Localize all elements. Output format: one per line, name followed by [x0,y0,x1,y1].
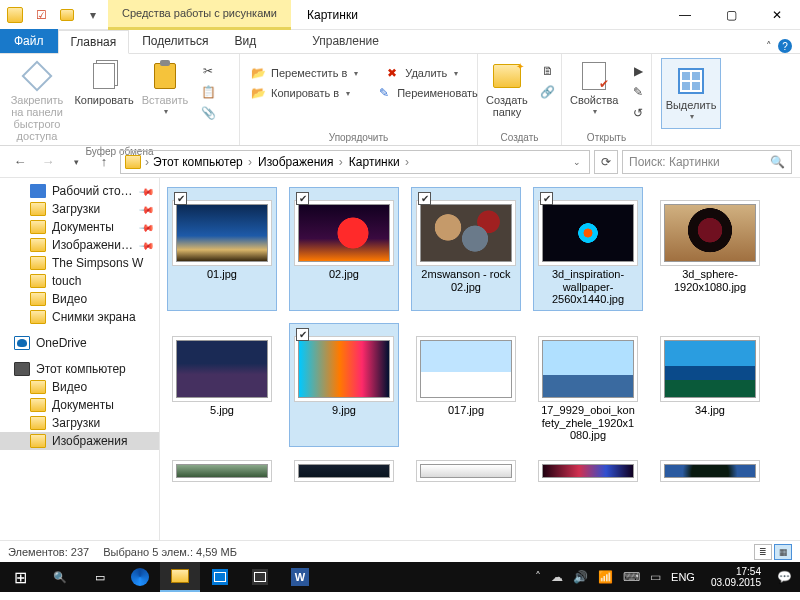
copy-button[interactable]: Копировать [74,58,134,108]
store2-taskbar-button[interactable] [240,562,280,592]
thumbnail-image [420,204,512,262]
tree-item[interactable]: Загрузки [0,414,159,432]
tray-clock[interactable]: 17:54 03.09.2015 [705,566,767,588]
history-button[interactable]: ↺ [626,104,650,122]
file-thumbnail[interactable]: ✔2mswanson - rock 02.jpg [412,188,520,310]
refresh-button[interactable]: ⟳ [594,150,618,174]
tree-item[interactable]: Этот компьютер [0,360,159,378]
ribbon-collapse-icon[interactable]: ˄ [766,40,772,53]
tab-view[interactable]: Вид [221,29,269,53]
tree-item[interactable]: Снимки экрана [0,308,159,326]
qat-customize-icon[interactable]: ▾ [82,4,104,26]
properties-button[interactable]: Свойства▾ [568,58,620,119]
folder-icon [125,155,141,169]
qat-newfolder-icon[interactable] [56,4,78,26]
breadcrumb-images[interactable]: Изображения [258,155,345,169]
breadcrumb-pc[interactable]: Этот компьютер [153,155,254,169]
rename-button[interactable]: ✎Переименовать [372,84,482,102]
new-item-button[interactable]: 🗎 [536,62,560,80]
search-input[interactable]: Поиск: Картинки 🔍 [622,150,792,174]
tab-home[interactable]: Главная [58,30,130,54]
file-grid[interactable]: ✔01.jpg✔02.jpg✔2mswanson - rock 02.jpg✔3… [160,178,800,540]
tree-item[interactable]: Видео [0,378,159,396]
start-button[interactable]: ⊞ [0,562,40,592]
tree-item[interactable]: touch [0,272,159,290]
paste-button[interactable]: Вставить▾ [140,58,190,119]
open-button[interactable]: ▶ [626,62,650,80]
tray-network-icon[interactable]: 📶 [598,570,613,584]
file-thumbnail[interactable]: 17_9929_oboi_konfety_zhele_1920x1080.jpg [534,324,642,446]
tray-onedrive-icon[interactable]: ☁ [551,570,563,584]
file-thumbnail[interactable] [168,460,276,482]
file-thumbnail[interactable]: ✔9.jpg [290,324,398,446]
tree-item[interactable]: Документы📌 [0,218,159,236]
help-icon[interactable]: ? [778,39,792,53]
checkbox-icon[interactable]: ✔ [174,192,187,205]
file-thumbnail[interactable] [290,460,398,482]
file-thumbnail[interactable]: 34.jpg [656,324,764,446]
file-thumbnail[interactable] [534,460,642,482]
minimize-button[interactable]: ― [662,0,708,30]
breadcrumb-pictures[interactable]: Картинки [349,155,411,169]
search-taskbar-button[interactable]: 🔍 [40,562,80,592]
select-button[interactable]: Выделить▾ [661,58,721,129]
explorer-taskbar-button[interactable] [160,562,200,592]
address-dropdown-icon[interactable]: ⌄ [569,157,585,167]
tree-item[interactable]: OneDrive [0,334,159,352]
file-thumbnail[interactable]: 017.jpg [412,324,520,446]
tree-item[interactable]: Рабочий сто…📌 [0,182,159,200]
up-button[interactable]: ↑ [92,150,116,174]
maximize-button[interactable]: ▢ [708,0,754,30]
tray-volume-icon[interactable]: 🔊 [573,570,588,584]
edge-taskbar-button[interactable] [120,562,160,592]
copy-path-button[interactable]: 📋 [196,83,220,101]
nav-tree[interactable]: Рабочий сто…📌Загрузки📌Документы📌Изображе… [0,178,160,540]
delete-button[interactable]: ✖Удалить▾ [380,64,462,82]
checkbox-icon[interactable]: ✔ [418,192,431,205]
tree-item[interactable]: Изображения [0,432,159,450]
view-details-button[interactable]: ≣ [754,544,772,560]
easy-access-button[interactable]: 🔗 [536,83,560,101]
tree-item[interactable]: Видео [0,290,159,308]
copy-to-button[interactable]: 📂Копировать в▾ [246,84,354,102]
pin-quick-access-button[interactable]: Закрепить на панели быстрого доступа [6,58,68,144]
file-thumbnail[interactable] [656,460,764,482]
edit-button[interactable]: ✎ [626,83,650,101]
file-thumbnail[interactable] [412,460,520,482]
recent-locations-button[interactable]: ▾ [64,150,88,174]
address-bar[interactable]: › Этот компьютер Изображения Картинки ⌄ [120,150,590,174]
checkbox-icon[interactable]: ✔ [296,192,309,205]
task-view-button[interactable]: ▭ [80,562,120,592]
tray-notifications-icon[interactable]: 💬 [777,570,792,584]
close-button[interactable]: ✕ [754,0,800,30]
tab-file[interactable]: Файл [0,29,58,53]
word-taskbar-button[interactable]: W [280,562,320,592]
file-thumbnail[interactable]: ✔01.jpg [168,188,276,310]
tree-item[interactable]: The Simpsons W [0,254,159,272]
file-thumbnail[interactable]: ✔3d_inspiration-wallpaper-2560x1440.jpg [534,188,642,310]
move-to-button[interactable]: 📂Переместить в▾ [246,64,362,82]
tray-language[interactable]: ENG [671,571,695,583]
tree-item[interactable]: Загрузки📌 [0,200,159,218]
file-thumbnail[interactable]: 5.jpg [168,324,276,446]
tree-item[interactable]: Изображени…📌 [0,236,159,254]
tray-defender-icon[interactable]: ▭ [650,570,661,584]
tab-share[interactable]: Поделиться [129,29,221,53]
forward-button[interactable]: → [36,150,60,174]
cut-button[interactable]: ✂ [196,62,220,80]
qat-properties-icon[interactable]: ☑ [30,4,52,26]
file-thumbnail[interactable]: ✔02.jpg [290,188,398,310]
paste-shortcut-button[interactable]: 📎 [196,104,220,122]
tray-chevron-icon[interactable]: ˄ [535,570,541,584]
new-folder-button[interactable]: Создать папку [484,58,530,120]
tree-item[interactable]: Документы [0,396,159,414]
checkbox-icon[interactable]: ✔ [540,192,553,205]
edge-icon [131,568,149,586]
tray-input-icon[interactable]: ⌨ [623,570,640,584]
store-taskbar-button[interactable] [200,562,240,592]
view-thumbnails-button[interactable]: ▦ [774,544,792,560]
back-button[interactable]: ← [8,150,32,174]
tab-manage[interactable]: Управление [299,29,392,53]
checkbox-icon[interactable]: ✔ [296,328,309,341]
file-thumbnail[interactable]: 3d_sphere-1920x1080.jpg [656,188,764,310]
